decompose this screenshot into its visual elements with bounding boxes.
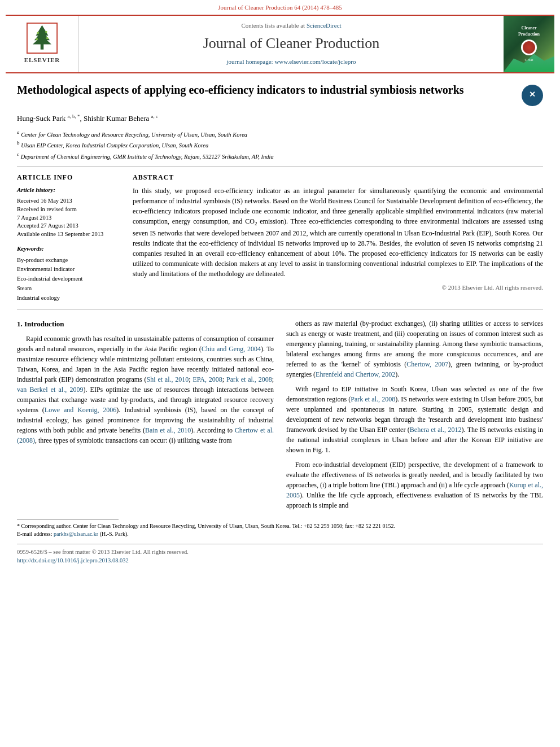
svg-point-5: [37, 32, 39, 34]
article-history-label: Article history:: [17, 186, 121, 195]
svg-point-7: [36, 38, 38, 41]
cover-bottom-text: CHat: [525, 58, 533, 62]
affiliations: a Center for Clean Technology and Resour…: [17, 129, 543, 161]
sciencedirect-link[interactable]: ScienceDirect: [307, 22, 342, 29]
ref-ehrenfeld-chertow[interactable]: Ehrenfeld and Chertow, 2002: [316, 370, 395, 378]
abstract-text: In this study, we proposed eco-efficienc…: [133, 186, 543, 279]
body-right-col: others as raw material (by-product excha…: [286, 318, 543, 515]
keyword-3: Eco-industrial development: [17, 274, 121, 284]
aff-a-text: Center for Clean Technology and Resource…: [21, 131, 247, 137]
aff-c-text: Department of Chemical Engineering, GMR …: [21, 154, 274, 160]
ref-chiu-geng[interactable]: Chiu and Geng, 2004: [202, 345, 261, 353]
keyword-1: By-product exchange: [17, 256, 121, 265]
article-info-abstract: ARTICLE INFO Article history: Received 1…: [17, 173, 543, 303]
journal-citation: Journal of Cleaner Production 64 (2014) …: [218, 4, 342, 11]
divider-after-affiliations: [17, 167, 543, 167]
affiliation-a: a Center for Clean Technology and Resour…: [17, 129, 543, 139]
keyword-5: Industrial ecology: [17, 294, 121, 303]
author2-sup: a, c: [151, 113, 159, 119]
footer-issn: 0959-6526/$ – see front matter © 2013 El…: [17, 548, 543, 556]
journal-title: Journal of Cleaner Production: [203, 33, 380, 54]
journal-center: Contents lists available at ScienceDirec…: [79, 16, 504, 72]
author2-name: Shishir Kumar Behera: [84, 114, 149, 123]
elsevier-brand-text: ELSEVIER: [24, 56, 60, 65]
intro-section-title: 1. Introduction: [17, 318, 274, 330]
ref-park-2008b[interactable]: Park et al., 2008: [351, 395, 395, 403]
aff-a-label: a: [17, 129, 20, 135]
cover-badge-inner: [523, 41, 535, 54]
intro-para4: From eco-industrial development (EID) pe…: [286, 460, 543, 510]
article-title-section: Methodological aspects of applying eco-e…: [17, 82, 543, 106]
ref-park-2008[interactable]: Park et al., 2008: [226, 375, 272, 383]
homepage-line: journal homepage: www.elsevier.com/locat…: [227, 58, 356, 67]
email-footnote: E-mail address: parkhs@ulsan.ac.kr (H.-S…: [17, 530, 543, 538]
ref-berkel-2009[interactable]: van Berkel et al., 2009: [17, 386, 83, 394]
footnote-divider: [17, 519, 119, 520]
revised-date: 7 August 2013: [17, 214, 121, 222]
author1-name: Hung-Suck Park: [17, 114, 65, 123]
ref-chertow-2007[interactable]: Chertow, 2007: [406, 360, 448, 368]
footer-doi: http://dx.doi.org/10.1016/j.jclepro.2013…: [17, 556, 543, 565]
keyword-2: Environmental indicator: [17, 265, 121, 274]
ref-behera-2012[interactable]: Behera et al., 2012: [410, 426, 462, 434]
intro-para1: Rapid economic growth has resulted in un…: [17, 334, 274, 445]
ref-epa-2008[interactable]: EPA, 2008: [193, 375, 222, 383]
homepage-url[interactable]: journal homepage: www.elsevier.com/locat…: [227, 58, 356, 65]
doi-link[interactable]: http://dx.doi.org/10.1016/j.jclepro.2013…: [17, 557, 129, 563]
body-two-col: 1. Introduction Rapid economic growth ha…: [17, 318, 543, 515]
email-link[interactable]: parkhs@ulsan.ac.kr: [54, 531, 98, 537]
crossmark-icon: ✕: [529, 89, 536, 101]
elsevier-tree-icon: [27, 23, 58, 54]
aff-b-label: b: [17, 140, 20, 146]
received-date: Received 16 May 2013: [17, 197, 121, 206]
article-body: Methodological aspects of applying eco-e…: [0, 82, 560, 565]
received-revised-label: Received in revised form: [17, 206, 121, 214]
article-title: Methodological aspects of applying eco-e…: [17, 82, 513, 97]
abstract-label: ABSTRACT: [133, 173, 543, 182]
intro-para3: With regard to EIP initiative in South K…: [286, 384, 543, 455]
elsevier-logo: ELSEVIER: [24, 23, 60, 65]
intro-para2: others as raw material (by-product excha…: [286, 318, 543, 379]
aff-c-label: c: [17, 151, 19, 157]
body-left-col: 1. Introduction Rapid economic growth ha…: [17, 318, 274, 515]
elsevier-logo-area: ELSEVIER: [6, 16, 79, 72]
sciencedirect-line: Contents lists available at ScienceDirec…: [241, 21, 341, 30]
affiliation-c: c Department of Chemical Engineering, GM…: [17, 151, 543, 161]
ref-shi-2010[interactable]: Shi et al., 2010: [147, 375, 189, 383]
author1-sup: a, b, *: [68, 113, 80, 119]
footnote-area: * Corresponding author. Center for Clean…: [17, 519, 543, 538]
aff-b-text: Ulsan EIP Center, Korea Industrial Compl…: [21, 142, 208, 148]
copyright-line: © 2013 Elsevier Ltd. All rights reserved…: [133, 283, 543, 292]
divider-after-abstract: [17, 309, 543, 309]
ref-lowe-koenig[interactable]: Lowe and Koenig, 2006: [45, 406, 117, 414]
crossmark-outer: ✕: [522, 85, 543, 106]
ref-kurup-2005[interactable]: Kurup et al., 2005: [286, 481, 543, 499]
svg-point-6: [45, 31, 47, 33]
footnote-text: * Corresponding author. Center for Clean…: [17, 522, 543, 530]
journal-citation-bar: Journal of Cleaner Production 64 (2014) …: [0, 0, 560, 15]
cover-top-text: CleanerProduction: [518, 25, 540, 37]
article-info-label: ARTICLE INFO: [17, 173, 121, 182]
affiliation-b: b Ulsan EIP Center, Korea Industrial Com…: [17, 139, 543, 150]
introduction-section: 1. Introduction Rapid economic growth ha…: [17, 318, 543, 515]
cover-badge: [521, 40, 537, 55]
footer-bar: 0959-6526/$ – see front matter © 2013 El…: [17, 544, 543, 565]
available-online: Available online 13 September 2013: [17, 230, 121, 239]
keywords-label: Keywords:: [17, 244, 121, 254]
abstract-col: ABSTRACT In this study, we proposed eco-…: [133, 173, 543, 303]
accepted-date: Accepted 27 August 2013: [17, 222, 121, 230]
article-info-col: ARTICLE INFO Article history: Received 1…: [17, 173, 121, 303]
cleaner-production-cover: CleanerProduction CHat: [504, 16, 554, 72]
keyword-4: Steam: [17, 284, 121, 294]
svg-point-8: [46, 37, 49, 40]
crossmark-badge[interactable]: ✕: [522, 85, 543, 106]
journal-header: ELSEVIER Contents lists available at Sci…: [6, 15, 554, 73]
ref-bain-2010[interactable]: Bain et al., 2010: [145, 426, 191, 434]
authors-line: Hung-Suck Park a, b, *, Shishir Kumar Be…: [17, 113, 543, 124]
